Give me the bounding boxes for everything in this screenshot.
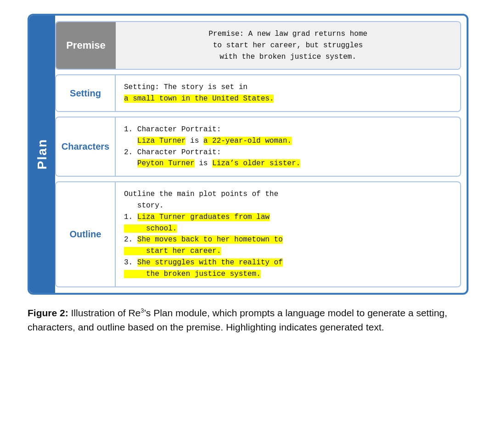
characters-row: Characters 1. Character Portrait: Liza T… [55, 117, 461, 177]
liza-turner-highlight: Liza Turner [137, 137, 186, 145]
outline-item3-highlight: She struggles with the reality of the br… [124, 258, 283, 278]
outline-content: Outline the main plot points of the stor… [116, 182, 460, 286]
outline-row: Outline Outline the main plot points of … [55, 181, 461, 287]
setting-content: Setting: The story is set in a small tow… [116, 75, 460, 111]
setting-row: Setting Setting: The story is set in a s… [55, 74, 461, 112]
plan-label-wrapper: Plan [29, 16, 55, 293]
premise-row: Premise Premise: A new law grad returns … [55, 21, 461, 70]
plan-content: Premise Premise: A new law grad returns … [55, 16, 467, 293]
outline-item2-highlight: She moves back to her hometown to start … [124, 235, 283, 255]
figure-label: Figure 2: [28, 308, 68, 318]
peyton-desc-highlight: Liza’s older sister. [212, 159, 300, 168]
caption-text1: Illustration of Re3’s Plan module, which… [28, 308, 447, 333]
outline-item1-highlight: Liza Turner graduates from law school. [124, 213, 270, 233]
setting-label: Setting [56, 75, 116, 111]
plan-outer-box: Plan Premise Premise: A new law grad ret… [28, 14, 468, 295]
premise-label: Premise [56, 22, 116, 69]
peyton-turner-highlight: Peyton Turner [137, 159, 195, 168]
characters-content: 1. Character Portrait: Liza Turner is a … [116, 118, 460, 176]
characters-label: Characters [56, 118, 116, 176]
outline-label: Outline [56, 182, 116, 286]
premise-content: Premise: A new law grad returns home to … [116, 22, 460, 69]
figure-caption: Figure 2: Illustration of Re3’s Plan mod… [28, 306, 468, 335]
superscript: 3 [141, 307, 144, 314]
plan-label: Plan [35, 139, 50, 169]
setting-highlight: a small town in the United States. [124, 95, 274, 103]
liza-desc-highlight: a 22-year-old woman. [203, 137, 292, 145]
figure-container: Plan Premise Premise: A new law grad ret… [28, 14, 468, 335]
